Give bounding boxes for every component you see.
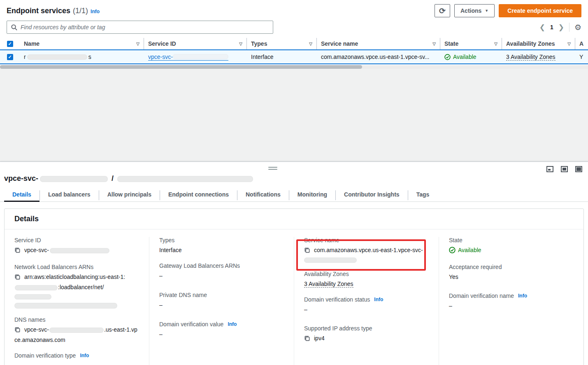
- field-label: Domain verification type: [14, 352, 76, 359]
- redacted-text: [15, 285, 58, 290]
- panel-position-bottom-icon[interactable]: [546, 166, 553, 172]
- acceptance-text: Y: [579, 54, 583, 60]
- panel-position-side-icon[interactable]: [561, 166, 568, 172]
- copy-icon[interactable]: [304, 335, 310, 344]
- pagination: ❮ 1 ❯ ⚙: [539, 23, 581, 32]
- copy-icon[interactable]: [304, 247, 310, 256]
- details-column-2: Types Interface Gateway Load Balancers A…: [149, 237, 294, 365]
- redacted-text: [27, 54, 87, 60]
- previous-page-icon[interactable]: ❮: [539, 24, 545, 31]
- field-domain-verification-type: Domain verification typeInfo –: [14, 352, 139, 365]
- tab-endpoint-connections[interactable]: Endpoint connections: [160, 189, 237, 201]
- copy-icon[interactable]: [14, 247, 21, 256]
- row-state-cell: Available: [440, 54, 502, 60]
- state-status: Available: [444, 54, 476, 60]
- field-glb-arns: Gateway Load Balancers ARNs –: [159, 262, 284, 280]
- horizontal-scrollbar[interactable]: [0, 65, 588, 69]
- row-types-cell: Interface: [247, 54, 317, 60]
- header-info-link[interactable]: Info: [91, 9, 100, 14]
- select-all-checkbox[interactable]: ✓: [7, 41, 13, 47]
- field-value-text: vpce-svc-: [24, 247, 49, 253]
- row-service-name-cell: com.amazonaws.vpce.us-east-1.vpce-sv...: [317, 54, 440, 60]
- column-header-availability-zones[interactable]: Availability Zones ▽: [502, 38, 575, 49]
- refresh-icon: ⟳: [439, 7, 446, 15]
- state-text: Available: [453, 54, 476, 60]
- column-header-acceptance[interactable]: A: [575, 38, 588, 49]
- page-title: Endpoint services: [7, 7, 70, 15]
- actions-button[interactable]: Actions ▼: [454, 4, 495, 17]
- details-card-header: Details: [5, 209, 583, 229]
- tab-monitoring[interactable]: Monitoring: [289, 189, 335, 201]
- panel-position-full-icon[interactable]: [575, 166, 582, 172]
- field-value-text: arn:aws:elasticloadbalancing:us-east-1:: [24, 274, 125, 280]
- sort-icon[interactable]: ▽: [136, 42, 139, 46]
- column-label: Name: [24, 40, 134, 47]
- search-box[interactable]: [7, 21, 273, 34]
- details-card: Details Service ID vpce-svc- Network Loa…: [4, 208, 584, 365]
- info-link[interactable]: Info: [80, 353, 89, 358]
- info-link[interactable]: Info: [374, 297, 383, 302]
- table-row[interactable]: ✓ rs vpce-svc- Interface com.amazonaws.v…: [0, 49, 588, 64]
- tab-details[interactable]: Details: [4, 189, 40, 201]
- endpoint-services-table: ✓ Name ▽ Service ID ▽ Types ▽ Service na…: [0, 38, 588, 69]
- copy-icon[interactable]: [14, 274, 21, 283]
- panel-title: vpce-svc- /: [4, 174, 588, 183]
- field-value-text: –: [159, 330, 284, 339]
- field-value-text: ipv4: [314, 335, 325, 342]
- table-section: Endpoint services (1/1) Info ⟳ Actions ▼…: [0, 0, 588, 69]
- column-header-state[interactable]: State ▽: [440, 38, 502, 49]
- tab-tags[interactable]: Tags: [408, 189, 438, 201]
- field-value-text: –: [449, 301, 574, 310]
- field-private-dns-name: Private DNS name –: [159, 292, 284, 309]
- service-id-text: vpce-svc-: [148, 54, 173, 60]
- availability-zones-popover-link[interactable]: 3 Availability Zones: [506, 54, 555, 61]
- sort-icon[interactable]: ▽: [309, 42, 312, 46]
- field-value-text: :loadbalancer/net/: [58, 284, 104, 290]
- column-header-service-name[interactable]: Service name ▽: [317, 38, 440, 49]
- column-header-types[interactable]: Types ▽: [247, 38, 317, 49]
- sort-icon[interactable]: ▽: [567, 42, 571, 46]
- current-page[interactable]: 1: [550, 24, 553, 30]
- row-checkbox[interactable]: ✓: [7, 54, 13, 60]
- field-domain-verification-name: Domain verification nameInfo –: [449, 292, 574, 310]
- tab-contributor-insights[interactable]: Contributor Insights: [336, 189, 408, 201]
- field-supported-ip: Supported IP address type ipv4: [304, 325, 429, 344]
- column-label: Types: [251, 40, 307, 47]
- redacted-text: [173, 54, 228, 59]
- info-link[interactable]: Info: [518, 293, 527, 299]
- column-header-name[interactable]: Name ▽: [20, 38, 144, 49]
- field-value-text: –: [159, 300, 284, 309]
- tab-load-balancers[interactable]: Load balancers: [40, 189, 99, 201]
- search-input[interactable]: [21, 24, 269, 30]
- state-status: Available: [449, 246, 481, 255]
- service-id-link[interactable]: vpce-svc-: [148, 54, 228, 61]
- sort-icon[interactable]: ▽: [432, 42, 436, 46]
- next-page-icon[interactable]: ❯: [558, 24, 564, 31]
- sort-icon[interactable]: ▽: [494, 42, 497, 46]
- field-label: Domain verification status: [304, 296, 370, 303]
- redacted-text: [14, 294, 51, 299]
- settings-gear-icon[interactable]: ⚙: [574, 23, 581, 31]
- availability-zones-popover-link[interactable]: 3 Availability Zones: [304, 281, 353, 288]
- horizontal-scrollbar-thumb[interactable]: [0, 65, 362, 69]
- resource-count: (1/1): [73, 7, 88, 15]
- tab-allow-principals[interactable]: Allow principals: [99, 189, 160, 201]
- tab-notifications[interactable]: Notifications: [237, 189, 289, 201]
- split-panel-drag-handle-icon[interactable]: [268, 167, 277, 171]
- info-link[interactable]: Info: [228, 321, 237, 327]
- refresh-button[interactable]: ⟳: [435, 4, 450, 17]
- row-select-cell: ✓: [0, 54, 20, 60]
- column-label: Availability Zones: [506, 40, 565, 47]
- field-state: State Available: [449, 237, 574, 256]
- column-label: State: [444, 40, 492, 47]
- copy-icon[interactable]: [14, 326, 21, 335]
- sort-icon[interactable]: ▽: [239, 42, 242, 46]
- field-label: Private DNS name: [159, 292, 207, 298]
- redacted-text: [40, 176, 108, 182]
- types-text: Interface: [251, 54, 273, 60]
- field-label: Gateway Load Balancers ARNs: [159, 262, 240, 269]
- redacted-text: [50, 248, 109, 253]
- column-header-service-id[interactable]: Service ID ▽: [144, 38, 247, 49]
- field-label: Availability Zones: [304, 271, 349, 277]
- create-endpoint-service-button[interactable]: Create endpoint service: [499, 4, 581, 17]
